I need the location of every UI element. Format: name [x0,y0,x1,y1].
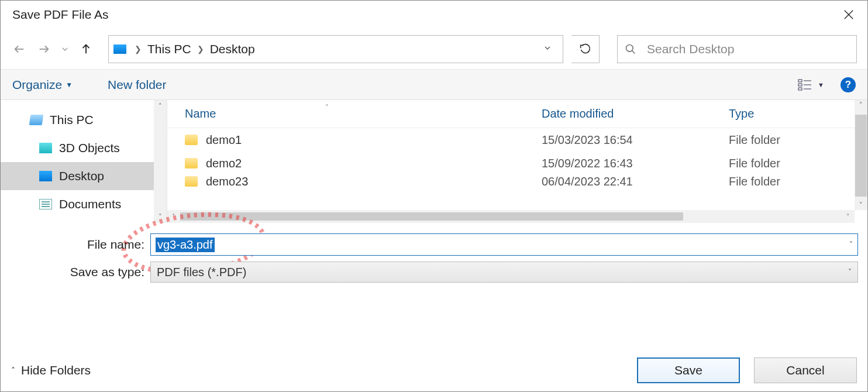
save-button[interactable]: Save [637,357,740,383]
svg-rect-9 [798,88,802,90]
form-area: File name: vg3-a3.pdf ˅ Save as type: PD… [1,223,867,292]
scroll-thumb[interactable] [180,212,683,221]
save-as-type-label: Save as type: [10,265,150,279]
chevron-down-icon[interactable]: ˅ [849,240,853,249]
pc-icon [29,115,44,125]
address-bar[interactable]: ❯ This PC ❯ Desktop [108,35,563,63]
file-date: 15/09/2022 16:43 [524,157,711,170]
save-as-type-select[interactable]: PDF files (*.PDF) ˅ [150,262,858,283]
chevron-right-icon: ❯ [197,44,204,54]
organize-button[interactable]: Organize ▼ [12,78,73,92]
search-box[interactable]: Search Desktop [617,35,857,63]
filename-input[interactable]: vg3-a3.pdf ˅ [150,233,858,256]
folder-tree: This PC 3D Objects Desktop Documents ˄ ˅ [1,100,167,223]
filename-label: File name: [10,238,150,252]
file-type: File folder [711,175,855,188]
file-row[interactable]: demo1 15/03/2023 16:54 File folder [167,128,867,152]
file-name: demo2 [206,157,242,170]
svg-point-5 [626,44,633,51]
column-headers: ˄ Name Date modified Type [167,100,867,128]
view-options-button[interactable]: ▼ [798,79,824,91]
column-header-type[interactable]: Type [711,107,855,121]
file-list-pane: ˄ Name Date modified Type demo1 15/03/20… [167,100,867,223]
tree-item-desktop[interactable]: Desktop [1,162,167,190]
arrow-left-icon [13,43,26,56]
chevron-down-icon[interactable]: ˅ [848,268,852,276]
chevron-down-icon [543,43,552,53]
navigation-row: ❯ This PC ❯ Desktop Search Desktop [1,29,867,70]
sort-asc-icon: ˄ [325,104,329,112]
tree-item-documents[interactable]: Documents [1,190,167,218]
svg-line-6 [632,50,635,53]
close-button[interactable] [837,3,860,26]
folder-icon [185,135,198,145]
help-button[interactable]: ? [841,77,856,92]
pc-icon [113,44,126,54]
tree-label: 3D Objects [59,141,120,155]
tree-label: Documents [59,197,121,211]
tree-label: Desktop [59,169,104,183]
scroll-up-icon: ˄ [855,101,867,109]
search-placeholder: Search Desktop [647,42,734,56]
tree-item-this-pc[interactable]: This PC [1,106,167,134]
address-history-button[interactable] [537,43,558,56]
scroll-right-icon: ˃ [842,213,855,221]
column-label: Name [185,107,216,120]
file-name: demo23 [206,175,248,188]
save-as-type-value: PDF files (*.PDF) [157,266,246,279]
recent-locations-button[interactable] [60,41,70,57]
tree-label: This PC [50,113,94,127]
caret-down-icon: ▼ [66,81,73,89]
folder-icon [185,176,198,187]
file-row[interactable]: demo2 15/09/2022 16:43 File folder [167,152,867,175]
search-icon [625,43,636,55]
sidebar-scrollbar[interactable]: ˄ ˅ [154,100,167,223]
document-icon [39,199,52,209]
chevron-right-icon: ❯ [135,44,142,54]
forward-button[interactable] [36,41,52,57]
arrow-up-icon [80,43,92,56]
file-type: File folder [711,133,855,147]
column-header-name[interactable]: ˄ Name [167,107,524,121]
scroll-down-icon: ˅ [159,211,162,223]
cancel-button[interactable]: Cancel [754,357,857,383]
svg-rect-8 [798,84,802,86]
new-folder-label: New folder [108,78,166,92]
chevron-down-icon [60,43,70,56]
file-rows: demo1 15/03/2023 16:54 File folder demo2… [167,128,867,188]
close-icon [843,9,854,20]
desktop-icon [39,171,52,181]
column-header-date[interactable]: Date modified [524,107,711,121]
file-date: 15/03/2023 16:54 [524,133,711,147]
folder-icon [185,158,198,169]
svg-rect-7 [798,80,802,82]
refresh-button[interactable] [571,35,600,63]
arrow-right-icon [37,43,50,56]
scroll-down-icon: ˅ [855,201,867,209]
title-bar: Save PDF File As [1,1,867,29]
up-button[interactable] [78,41,94,57]
chevron-up-icon: ˄ [11,366,15,375]
tree-item-3d-objects[interactable]: 3D Objects [1,134,167,162]
cube-icon [39,143,52,153]
scroll-left-icon: ˂ [167,213,180,221]
bottom-bar: ˄ Hide Folders Save Cancel [1,349,867,391]
refresh-icon [580,43,591,55]
new-folder-button[interactable]: New folder [108,78,166,92]
back-button[interactable] [11,41,27,57]
breadcrumb-root[interactable]: This PC [147,42,191,56]
toolbar: Organize ▼ New folder ▼ ? [1,70,867,100]
filelist-vscrollbar[interactable]: ˄ ˅ [855,100,867,210]
hide-folders-button[interactable]: ˄ Hide Folders [11,363,91,377]
filelist-hscrollbar[interactable]: ˂ ˃ [167,210,855,223]
scroll-up-icon: ˄ [159,100,162,112]
caret-down-icon: ▼ [818,81,824,88]
file-date: 06/04/2023 22:41 [524,175,711,188]
file-name: demo1 [206,133,242,147]
view-list-icon [798,79,812,91]
organize-label: Organize [12,78,62,92]
file-row[interactable]: demo23 06/04/2023 22:41 File folder [167,175,867,188]
scroll-thumb[interactable] [855,115,867,197]
breadcrumb-folder[interactable]: Desktop [210,42,255,56]
hide-folders-label: Hide Folders [21,363,91,377]
